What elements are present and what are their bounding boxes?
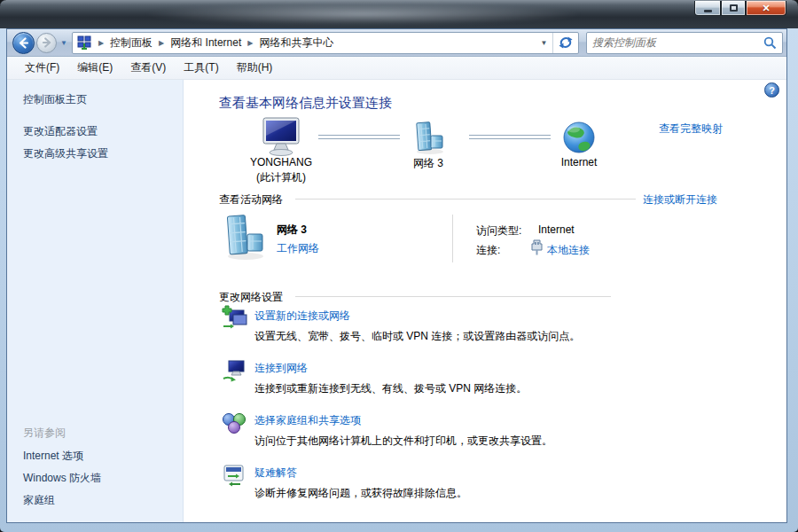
maximize-icon: [730, 4, 738, 12]
connect-disconnect-link[interactable]: 连接或断开连接: [643, 192, 717, 207]
troubleshoot-icon: [221, 462, 247, 489]
address-bar[interactable]: ▶ 控制面板 ▶ 网络和 Internet ▶ 网络和共享中心 ▼: [72, 32, 579, 54]
breadcrumb-separator-icon: ▶: [92, 39, 110, 47]
homegroup-sharing-options-link[interactable]: 选择家庭组和共享选项: [254, 413, 361, 428]
back-arrow-icon: [18, 37, 29, 49]
computer-icon[interactable]: [261, 117, 301, 158]
breadcrumb-item-control-panel[interactable]: 控制面板: [110, 35, 153, 51]
sidebar-item-internet-options[interactable]: Internet 选项: [23, 449, 83, 464]
minimize-button[interactable]: [694, 1, 721, 16]
back-button[interactable]: [12, 32, 35, 54]
network-type-link[interactable]: 工作网络: [277, 241, 319, 256]
connect-network-icon: [221, 357, 247, 384]
title-bar: [0, 0, 798, 28]
see-full-map-link[interactable]: 查看完整映射: [659, 121, 723, 137]
sidebar-item-change-adapter-settings[interactable]: 更改适配器设置: [23, 124, 98, 139]
access-type-value: Internet: [538, 223, 575, 236]
local-connection-link[interactable]: 本地连接: [547, 243, 590, 258]
connection-label: 连接:: [476, 243, 500, 258]
map-connector-line: [318, 135, 400, 139]
sidebar-item-change-advanced-sharing[interactable]: 更改高级共享设置: [23, 146, 108, 161]
section-rule: [295, 199, 636, 200]
troubleshoot-desc: 诊断并修复网络问题，或获得故障排除信息。: [254, 486, 467, 501]
active-networks-header: 查看活动网络: [219, 192, 283, 207]
forward-button[interactable]: [36, 33, 57, 53]
navigation-toolbar: ▼ ▶ 控制面板 ▶ 网络和 Internet: [7, 29, 786, 57]
app-window: ✕ ▼: [0, 0, 798, 532]
internet-globe-icon[interactable]: [561, 121, 597, 156]
minimize-icon: [704, 10, 712, 12]
breadcrumb-item-network-internet[interactable]: 网络和 Internet: [170, 35, 241, 51]
refresh-button[interactable]: [552, 33, 578, 53]
forward-arrow-icon: [42, 37, 52, 48]
breadcrumb: ▶ 控制面板 ▶ 网络和 Internet ▶ 网络和共享中心: [73, 33, 536, 53]
active-network-icon: [217, 213, 270, 264]
map-computer-sub: (此计算机): [223, 170, 339, 185]
map-internet-label: Internet: [530, 156, 628, 168]
menu-view[interactable]: 查看(V): [121, 57, 175, 79]
section-rule: [295, 296, 611, 297]
map-connector-line: [469, 135, 551, 139]
new-connection-icon: [221, 305, 247, 332]
card-divider: [452, 215, 453, 262]
menu-help[interactable]: 帮助(H): [228, 57, 282, 79]
connect-to-network-desc: 连接到或重新连接到无线、有线、拨号或 VPN 网络连接。: [254, 381, 527, 396]
help-icon: ?: [769, 85, 775, 96]
see-also-header: 另请参阅: [23, 426, 66, 441]
search-icon[interactable]: [763, 36, 777, 50]
breadcrumb-separator-icon: ▶: [241, 39, 259, 47]
change-settings-header: 更改网络设置: [219, 290, 283, 305]
refresh-icon: [559, 35, 573, 50]
breadcrumb-item-network-sharing-center[interactable]: 网络和共享中心: [259, 35, 333, 51]
troubleshoot-link[interactable]: 疑难解答: [254, 466, 297, 481]
connect-to-network-link[interactable]: 连接到网络: [254, 361, 308, 376]
setup-new-connection-desc: 设置无线、宽带、拨号、临时或 VPN 连接；或设置路由器或访问点。: [254, 329, 580, 344]
close-button[interactable]: ✕: [746, 1, 786, 16]
sidebar-item-control-panel-home[interactable]: 控制面板主页: [23, 92, 87, 107]
map-network-name: 网络 3: [379, 156, 477, 171]
address-dropdown-button[interactable]: ▼: [536, 33, 552, 53]
close-icon: ✕: [762, 3, 770, 14]
sidebar: 控制面板主页 更改适配器设置 更改高级共享设置 另请参阅 Internet 选项…: [7, 80, 184, 522]
access-type-label: 访问类型:: [476, 223, 521, 239]
menu-edit[interactable]: 编辑(E): [68, 57, 121, 79]
recent-pages-dropdown[interactable]: ▼: [60, 39, 67, 47]
search-box[interactable]: [586, 32, 783, 54]
homegroup-icon: [221, 410, 247, 436]
ethernet-cable-icon: [531, 239, 543, 255]
sidebar-item-homegroup[interactable]: 家庭组: [23, 493, 55, 508]
sidebar-item-windows-firewall[interactable]: Windows 防火墙: [23, 471, 101, 486]
setup-new-connection-link[interactable]: 设置新的连接或网络: [254, 309, 350, 324]
maximize-button[interactable]: [721, 1, 746, 16]
homegroup-sharing-options-desc: 访问位于其他网络计算机上的文件和打印机，或更改共享设置。: [254, 434, 552, 449]
menu-file[interactable]: 文件(F): [16, 57, 68, 79]
main-panel: ? 查看基本网络信息并设置连接 YONGHANG (此计算机): [184, 80, 786, 522]
breadcrumb-separator-icon: ▶: [153, 39, 170, 47]
network-icon[interactable]: [409, 121, 448, 158]
page-title: 查看基本网络信息并设置连接: [219, 95, 392, 112]
network-center-icon: [77, 35, 92, 50]
menu-tools[interactable]: 工具(T): [175, 57, 227, 79]
menu-bar: 文件(F) 编辑(E) 查看(V) 工具(T) 帮助(H): [7, 57, 786, 80]
active-network-name: 网络 3: [277, 223, 307, 238]
help-button[interactable]: ?: [764, 82, 779, 98]
map-computer-name: YONGHANG: [223, 156, 339, 168]
search-input[interactable]: [592, 36, 763, 49]
